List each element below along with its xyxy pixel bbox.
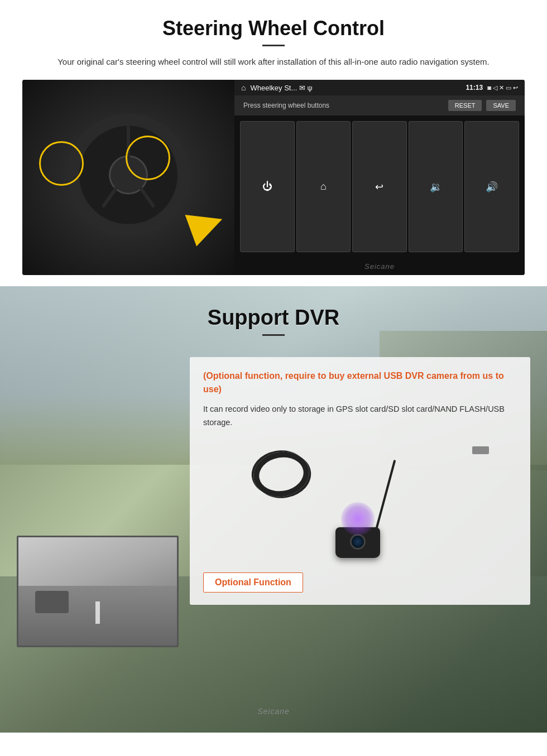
swc-subtitle: Your original car's steering wheel contr… — [22, 55, 525, 69]
wheelkey-buttons[interactable]: RESET SAVE — [448, 100, 516, 111]
status-time: 11:13 — [466, 84, 483, 92]
android-screen: ⌂ Wheelkey St... ✉ ψ 11:13 ◙ ◁ ✕ ▭ ↩ Pre… — [234, 80, 525, 275]
dvr-title-area: Support DVR — [0, 286, 547, 346]
steering-wheel-control-section: Steering Wheel Control Your original car… — [0, 0, 547, 286]
back-button[interactable]: ↩ — [352, 121, 407, 252]
home-status-icon: ⌂ — [241, 83, 246, 92]
vol-up-button[interactable]: 🔊 — [464, 121, 519, 252]
optional-function-badge: Optional Function — [203, 572, 517, 593]
reset-button[interactable]: RESET — [448, 100, 482, 111]
camera-purple-glow — [341, 502, 375, 536]
thumb-car — [35, 591, 69, 613]
save-button[interactable]: SAVE — [486, 100, 516, 111]
dvr-camera-thumbnail — [17, 536, 179, 647]
swc-title-divider — [262, 45, 285, 46]
status-icons: ◙ ◁ ✕ ▭ ↩ — [487, 84, 518, 92]
dvr-title: Support DVR — [0, 306, 547, 330]
yellow-arrow — [185, 204, 228, 247]
vol-down-button[interactable]: 🔉 — [409, 121, 463, 252]
wheelkey-bar: Press steering wheel buttons RESET SAVE — [234, 95, 525, 115]
dvr-camera-product-image — [203, 441, 517, 564]
steering-wheel-photo — [22, 80, 234, 275]
swc-composite-image: ⌂ Wheelkey St... ✉ ψ 11:13 ◙ ◁ ✕ ▭ ↩ Pre… — [22, 80, 525, 275]
dvr-watermark: Seicane — [257, 707, 290, 716]
status-title: Wheelkey St... ✉ ψ — [250, 84, 461, 92]
dvr-title-divider — [262, 334, 285, 336]
highlight-circle-left — [39, 141, 84, 186]
camera-usb-plug — [472, 446, 489, 454]
wheel-outer-ring — [67, 114, 190, 237]
dvr-content: (Optional function, require to buy exter… — [0, 346, 547, 658]
swc-title: Steering Wheel Control — [22, 17, 525, 40]
dvr-info-card: (Optional function, require to buy exter… — [190, 357, 530, 605]
camera-cable-coil — [250, 447, 313, 501]
control-buttons-row[interactable]: ⏻ ⌂ ↩ 🔉 🔊 — [234, 115, 525, 258]
power-button[interactable]: ⏻ — [240, 121, 295, 252]
dvr-optional-notice: (Optional function, require to buy exter… — [203, 369, 517, 396]
camera-cable — [375, 460, 396, 531]
status-bar: ⌂ Wheelkey St... ✉ ψ 11:13 ◙ ◁ ✕ ▭ ↩ — [234, 80, 525, 95]
highlight-circle-right — [126, 136, 170, 180]
optional-badge-label: Optional Function — [203, 572, 303, 593]
screen-watermark: Seicane — [234, 258, 525, 275]
support-dvr-section: Support DVR (Optional function, require … — [0, 286, 547, 733]
camera-lens — [350, 534, 366, 550]
dvr-description: It can record video only to storage in G… — [203, 403, 517, 430]
thumb-lane-marker — [95, 601, 100, 624]
wheelkey-instruction: Press steering wheel buttons — [243, 102, 329, 109]
home-button[interactable]: ⌂ — [296, 121, 351, 252]
